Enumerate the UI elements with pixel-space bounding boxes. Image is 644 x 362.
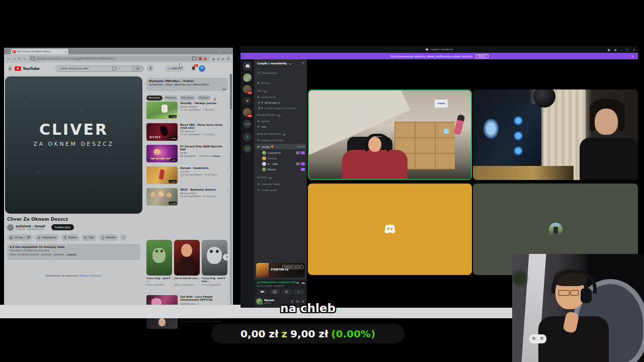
add-server-button[interactable]: + (243, 133, 252, 141)
disconnect-icon[interactable] (301, 281, 305, 285)
server-icon-3[interactable]: V (243, 97, 252, 105)
maximize-icon[interactable]: □ (626, 48, 628, 51)
minimize-icon[interactable]: – (620, 48, 622, 51)
inbox-icon[interactable]: ▣ (607, 48, 610, 51)
chip-recent[interactable]: Ostatnio (197, 96, 211, 101)
voice-channel-czatki[interactable]: czatki gadki (257, 188, 304, 193)
browser-scrollbar-thumb[interactable] (230, 74, 232, 109)
voice-user[interactable]: K... DZB (262, 161, 305, 166)
voice-user[interactable]: Mynek (262, 167, 305, 172)
notifications-button[interactable]: 9+ (191, 66, 196, 71)
site-info-icon[interactable] (31, 57, 35, 60)
more-actions-button[interactable]: ⋯ (120, 234, 127, 241)
voice-user[interactable]: Doneta (262, 156, 305, 161)
chevron-down-icon[interactable] (223, 82, 225, 92)
video-menu-icon[interactable]: ⋮ (226, 124, 229, 127)
channel-ogolne[interactable]: # ogólne (257, 119, 304, 124)
comments-info-link[interactable]: Więcej informacji (80, 274, 102, 277)
soundboard-button[interactable]: ♪ (293, 289, 304, 295)
channel-name[interactable]: polished – temat (16, 224, 45, 228)
bookmark-icon[interactable]: ▭ (24, 57, 26, 60)
clear-search-icon[interactable]: × (118, 67, 121, 70)
invite-icon[interactable]: ᘉ (302, 61, 304, 65)
download-button[interactable]: Pobierz (99, 234, 118, 241)
voice-channel-operator[interactable]: operator dzidy (257, 182, 304, 187)
server-icon-4[interactable]: 163 (243, 108, 252, 117)
yt-menu-icon[interactable]: ☰ (8, 66, 12, 71)
chip-for-you[interactable]: Dla Ciebie (180, 96, 196, 101)
server-header[interactable]: Czopki i mondzioły ᘉ (254, 59, 307, 67)
fortnite-promo-card[interactable]: FORTNITE Zdobądź nagrody! (256, 263, 305, 278)
address-bar[interactable]: youtube.com/watch?v=TJCaE1rnaWgNbd-8D9cl… (28, 56, 210, 61)
suggested-video[interactable]: DYMY ♪ 4:09 Borys LBD - Dymy dymy dymy (… (146, 123, 229, 143)
explore-servers-button[interactable] (243, 144, 252, 153)
like-dislike-pill[interactable]: 15 tys. (7, 234, 33, 241)
video-player[interactable]: CLIVER ZA OKNEM DESZCZ (5, 76, 142, 214)
voice-channel-gierki[interactable]: gierki live stream (257, 138, 304, 143)
cast-icon[interactable] (192, 57, 197, 60)
reload-icon[interactable]: ↻ (18, 57, 21, 61)
short-title[interactable]: Crazy Frog – Axel F ... (146, 277, 172, 283)
voice-user[interactable]: CichyArcol (262, 150, 305, 155)
subscribe-button[interactable]: Subskrybuj (51, 224, 74, 230)
forward-icon[interactable]: → (13, 57, 16, 61)
help-icon[interactable]: ◉ (614, 48, 617, 51)
video-menu-icon[interactable]: ⋮ (226, 167, 229, 170)
channel-promki[interactable]: # promki-okazje-uczciwa-cena (257, 106, 304, 111)
suggested-video[interactable]: ♪ 4:38 TerazMy - Takiego Janicka Zespół … (146, 102, 229, 122)
server-icon-5[interactable]: SulyM (243, 120, 252, 128)
account-avatar[interactable]: T (199, 65, 205, 72)
youtube-logo[interactable]: YouTube (15, 66, 39, 71)
category-voice[interactable]: gadki dla wybrańców (257, 133, 285, 135)
video-tile-participant[interactable] (473, 89, 638, 180)
short-title[interactable]: J'en ai marre! (Liv... (174, 277, 200, 283)
browser-tab[interactable]: ▶ (457) Cliver Za Oknem Desz... × (11, 49, 68, 54)
description-more-link[interactable]: ...więcej (65, 253, 76, 256)
tab-close-icon[interactable]: × (65, 50, 67, 53)
channel-nasze-focie[interactable]: # nasze-focie (257, 95, 304, 100)
thumbs-down-icon[interactable] (27, 236, 30, 239)
chip-all[interactable]: Wszystkie (146, 96, 163, 101)
extensions-icon[interactable]: ▣ (212, 57, 215, 60)
keyboard-icon[interactable] (112, 67, 117, 70)
server-icon-2[interactable]: 163 (243, 85, 252, 94)
short-thumbnail[interactable] (174, 240, 200, 276)
share-button[interactable]: Udostępnij (35, 234, 59, 241)
channel-avatar[interactable] (7, 224, 14, 231)
category-glosowki[interactable]: głosówki (257, 176, 271, 178)
search-button[interactable] (132, 65, 144, 72)
video-menu-icon[interactable]: ⋮ (226, 296, 229, 299)
video-tile-speaker[interactable]: SCANIA (308, 89, 472, 180)
search-input[interactable] (58, 66, 111, 70)
close-icon[interactable]: × (632, 48, 635, 51)
camera-button[interactable] (257, 289, 268, 295)
suggested-video[interactable]: ♪ 3:53 Darude - Sandstorm Darude ✓ 215 m… (146, 166, 229, 187)
description-box[interactable]: 4,4 mln wyświetleń 10 miesięcy temu Prov… (7, 244, 140, 260)
video-menu-icon[interactable]: ⋮ (226, 102, 229, 106)
discord-home-button[interactable] (243, 62, 252, 70)
video-tile-camera-off[interactable] (308, 184, 472, 275)
save-button[interactable]: Zapisz (61, 234, 79, 241)
browser-scrollbar[interactable] (230, 74, 232, 313)
search-box[interactable]: × (55, 65, 132, 72)
channel-live-on[interactable]: # live-on (257, 80, 304, 85)
category-text-channels[interactable]: Kanały tekstowe (257, 114, 280, 116)
shorts-next-arrow[interactable] (223, 254, 229, 260)
fortnite-rewards-button[interactable]: Zdobądź nagrody! (282, 265, 303, 269)
video-menu-icon[interactable]: ⋮ (226, 189, 229, 192)
screen-share-button[interactable] (269, 289, 280, 295)
suggested-video[interactable]: ♪ 5:39 ZEUS - Będziemy dziećmi Pierwszy … (146, 188, 229, 208)
noise-suppression-icon[interactable] (296, 281, 300, 285)
new-tab-button[interactable]: + (68, 49, 70, 52)
channel-generator-ai[interactable]: # generator-ai (257, 100, 304, 105)
short-title[interactable]: Crazy Frog - Axel F turn... (202, 277, 227, 283)
channel-rust[interactable]: # rust (257, 124, 304, 129)
server-icon-1[interactable] (243, 73, 252, 82)
clip-button[interactable]: Klip (82, 234, 96, 241)
browser-menu-icon[interactable]: ☰ (227, 57, 230, 61)
video-menu-icon[interactable]: ⋮ (226, 145, 229, 149)
shield-extension-icon[interactable] (199, 57, 202, 60)
voice-channel-mordy[interactable]: mordy 4:02:38 (256, 144, 306, 149)
banner-close-icon[interactable]: × (631, 54, 634, 58)
chip-related[interactable]: Podobne (164, 96, 178, 101)
